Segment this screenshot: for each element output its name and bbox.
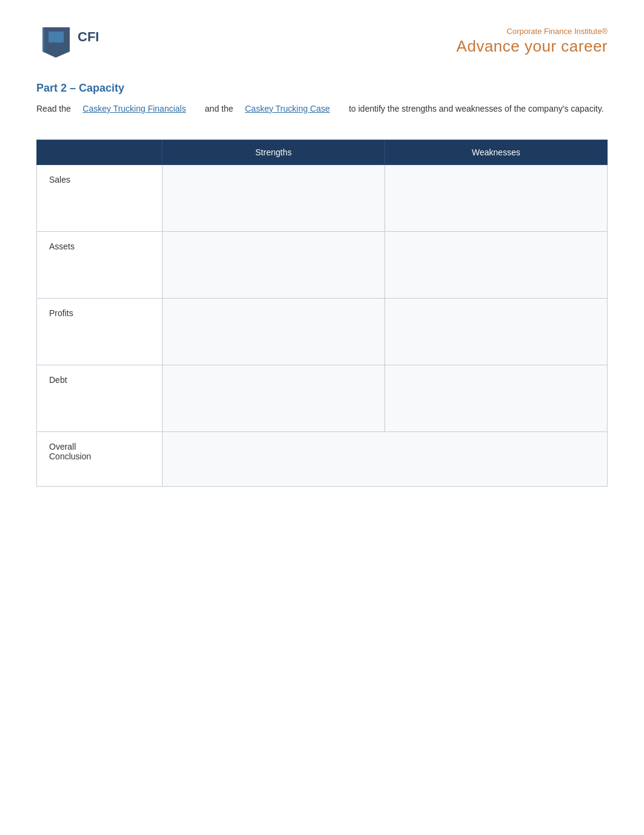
row-weaknesses-sales[interactable] [385, 165, 608, 232]
table-row: Sales [37, 165, 608, 232]
table-row: Debt [37, 365, 608, 432]
svg-rect-3 [42, 27, 44, 52]
intro-text: Read the Caskey Trucking Financials and … [36, 102, 608, 115]
table-row: Assets [37, 232, 608, 299]
header-right: Corporate Finance Institute® Advance you… [457, 27, 608, 56]
table-body: Sales Assets Profits [37, 165, 608, 487]
intro-text-1: Read the [36, 104, 71, 113]
part-heading: Part 2 – Capacity [36, 82, 608, 95]
page: CFI Corporate Finance Institute® Advance… [0, 0, 644, 835]
row-label-profits: Profits [37, 299, 163, 365]
row-label-assets: Assets [37, 232, 163, 299]
row-weaknesses-profits[interactable] [385, 299, 608, 365]
intro-text-2: and the [205, 104, 233, 113]
svg-rect-1 [49, 32, 64, 42]
table-row: Profits [37, 299, 608, 365]
row-label-overall: Overall Conclusion [37, 432, 163, 487]
table-header-row: Strengths Weaknesses [37, 140, 608, 165]
capacity-table: Strengths Weaknesses Sales Assets [36, 140, 608, 487]
row-label-sales: Sales [37, 165, 163, 232]
header-title: Advance your career [457, 37, 608, 56]
header-strengths-col: Strengths [163, 140, 385, 165]
row-strengths-sales[interactable] [163, 165, 385, 232]
row-strengths-debt[interactable] [163, 365, 385, 432]
row-weaknesses-assets[interactable] [385, 232, 608, 299]
header-weaknesses-col: Weaknesses [385, 140, 608, 165]
intro-link-1[interactable]: Caskey Trucking Financials [82, 104, 186, 113]
svg-text:CFI: CFI [78, 29, 99, 44]
header-label-col [37, 140, 163, 165]
row-strengths-assets[interactable] [163, 232, 385, 299]
logo-area: CFI [36, 24, 115, 58]
intro-link-2[interactable]: Caskey Trucking Case [245, 104, 330, 113]
intro-text-3: to identify the strengths and weaknesses… [349, 104, 603, 113]
cfi-logo: CFI [36, 24, 115, 58]
row-overall-content[interactable] [163, 432, 608, 487]
table-row-overall: Overall Conclusion [37, 432, 608, 487]
row-label-debt: Debt [37, 365, 163, 432]
header: CFI Corporate Finance Institute® Advance… [36, 24, 608, 58]
header-subtitle: Corporate Finance Institute® [457, 27, 608, 36]
row-weaknesses-debt[interactable] [385, 365, 608, 432]
row-strengths-profits[interactable] [163, 299, 385, 365]
